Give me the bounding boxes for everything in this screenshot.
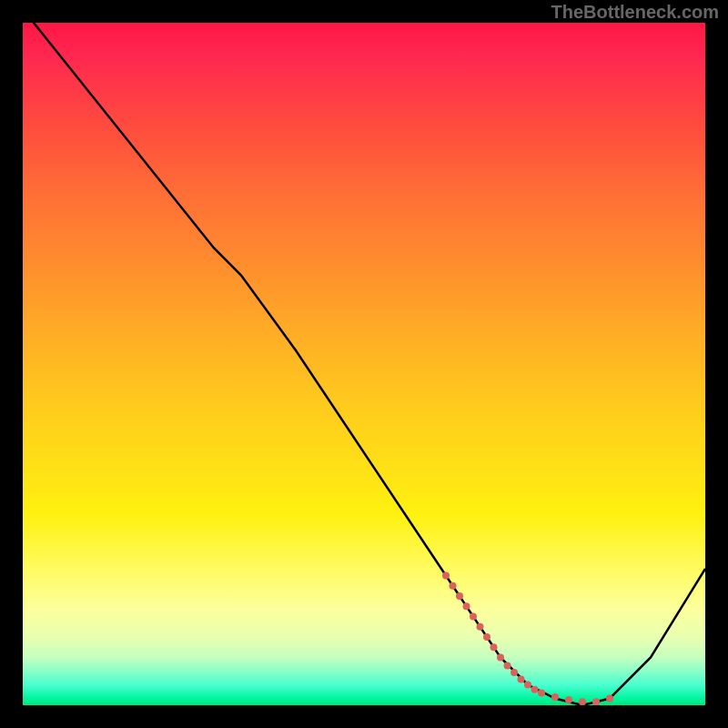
highlight-dot xyxy=(524,682,531,689)
highlight-dot xyxy=(579,698,586,705)
highlight-dot xyxy=(442,572,450,580)
highlight-dot xyxy=(551,693,559,701)
highlight-dot xyxy=(504,662,511,670)
highlight-dot xyxy=(450,582,457,590)
highlight-dot xyxy=(565,696,572,703)
watermark-text: TheBottleneck.com xyxy=(551,2,719,23)
highlight-dot xyxy=(483,633,490,641)
highlight-dot xyxy=(606,695,613,703)
highlight-dot xyxy=(463,602,470,610)
bottleneck-curve-path xyxy=(23,23,705,705)
highlight-dots-group xyxy=(442,572,613,706)
chart-container: TheBottleneck.com xyxy=(0,0,728,728)
highlight-dot xyxy=(470,613,477,621)
highlight-dot xyxy=(456,592,463,600)
highlight-dot xyxy=(511,669,518,676)
curve-overlay xyxy=(23,23,705,705)
highlight-dot xyxy=(538,690,545,697)
highlight-dot xyxy=(518,676,525,683)
plot-area xyxy=(23,23,705,705)
highlight-dot xyxy=(477,623,484,631)
highlight-dot xyxy=(490,643,498,651)
highlight-dot xyxy=(497,654,504,662)
highlight-dot xyxy=(592,698,600,705)
highlight-dot xyxy=(531,686,539,693)
